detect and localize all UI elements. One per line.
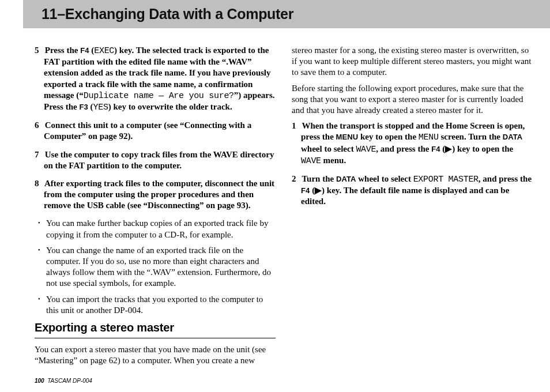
manual-page: 11–Exchanging Data with a Computer 5 Pre… <box>0 0 550 392</box>
section-divider <box>35 338 276 338</box>
footer-model: TASCAM DP-004 <box>47 378 92 384</box>
procedure-list-a: 5 Press the F4 (EXEC) key. The selected … <box>35 45 276 211</box>
section-heading: Exporting a stereo master <box>35 321 276 336</box>
step-number: 5 <box>35 45 43 56</box>
step-text: Use the computer to copy track files fro… <box>44 150 274 170</box>
lcd-text: WAVE <box>356 145 376 154</box>
lcd-text: WAVE <box>301 156 321 166</box>
step-b1: 1 When the transport is stopped and the … <box>292 120 533 167</box>
step-number: 1 <box>292 120 300 131</box>
lcd-text: YES <box>93 103 108 112</box>
step-text: After exporting track files to the compu… <box>44 179 274 210</box>
chapter-number: 11 <box>42 6 57 22</box>
key-label: F4 <box>80 46 89 55</box>
notes-list-a: You can make further backup copies of an… <box>35 218 276 316</box>
page-number: 100 <box>35 378 44 384</box>
body-text: 5 Press the F4 (EXEC) key. The selected … <box>35 45 533 375</box>
lcd-text: EXEC <box>94 46 114 56</box>
lcd-text: MENU <box>419 133 439 142</box>
step-text: Press the <box>45 46 80 55</box>
section-paragraph: Before starting the following export pro… <box>292 83 533 116</box>
step-8: 8 After exporting track files to the com… <box>35 178 276 212</box>
note-item: You can import the tracks that you expor… <box>46 294 276 316</box>
step-6: 6 Connect this unit to a computer (see “… <box>35 120 276 142</box>
step-text: Connect this unit to a computer (see “Co… <box>44 120 251 141</box>
key-label: DATA <box>503 133 523 141</box>
procedure-list-b: 1 When the transport is stopped and the … <box>292 120 533 207</box>
page-frame: 11–Exchanging Data with a Computer 5 Pre… <box>0 0 550 392</box>
step-number: 8 <box>35 178 43 189</box>
key-label: F3 <box>79 103 88 111</box>
step-5: 5 Press the F4 (EXEC) key. The selected … <box>35 45 276 113</box>
lcd-text: EXPORT MASTER <box>413 175 479 184</box>
lcd-text: Duplicate name — Are you sure? <box>84 91 234 101</box>
page-footer: 100 TASCAM DP-004 <box>35 378 92 384</box>
chapter-title-text: Exchanging Data with a Computer <box>65 6 293 22</box>
key-label: MENU <box>336 133 359 141</box>
step-number: 7 <box>35 149 43 160</box>
key-label: F4 <box>301 186 310 195</box>
step-number: 6 <box>35 120 43 131</box>
step-number: 2 <box>292 174 300 184</box>
note-item: You can make further backup copies of an… <box>46 218 276 240</box>
step-b2: 2 Turn the DATA wheel to select EXPORT M… <box>292 174 533 208</box>
chapter-heading: 11–Exchanging Data with a Computer <box>42 6 550 22</box>
note-item: You can change the name of an exported t… <box>46 245 276 289</box>
key-label: DATA <box>336 175 356 183</box>
key-label: F4 <box>431 145 440 153</box>
step-7: 7 Use the computer to copy track files f… <box>35 149 276 171</box>
chapter-title-bar: 11–Exchanging Data with a Computer <box>23 0 550 28</box>
